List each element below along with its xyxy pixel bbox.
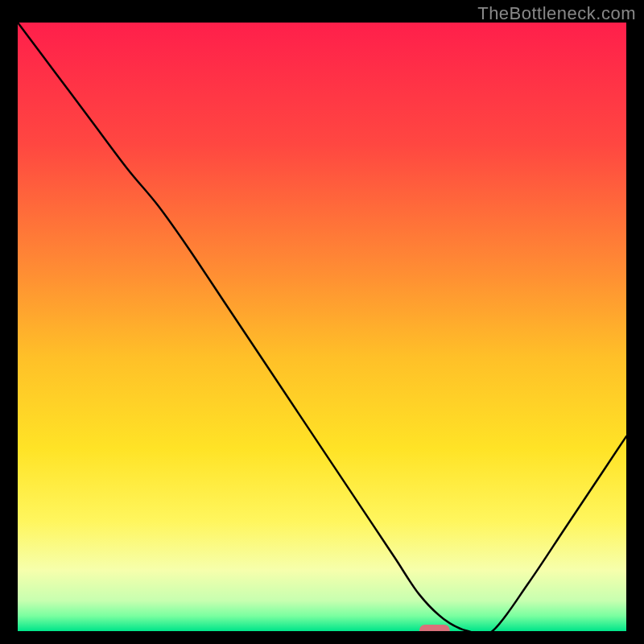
- bottleneck-chart: [18, 23, 626, 631]
- optimal-marker: [419, 625, 450, 631]
- chart-frame: TheBottleneck.com: [0, 0, 644, 644]
- watermark-text: TheBottleneck.com: [477, 3, 636, 24]
- chart-background: [18, 23, 626, 631]
